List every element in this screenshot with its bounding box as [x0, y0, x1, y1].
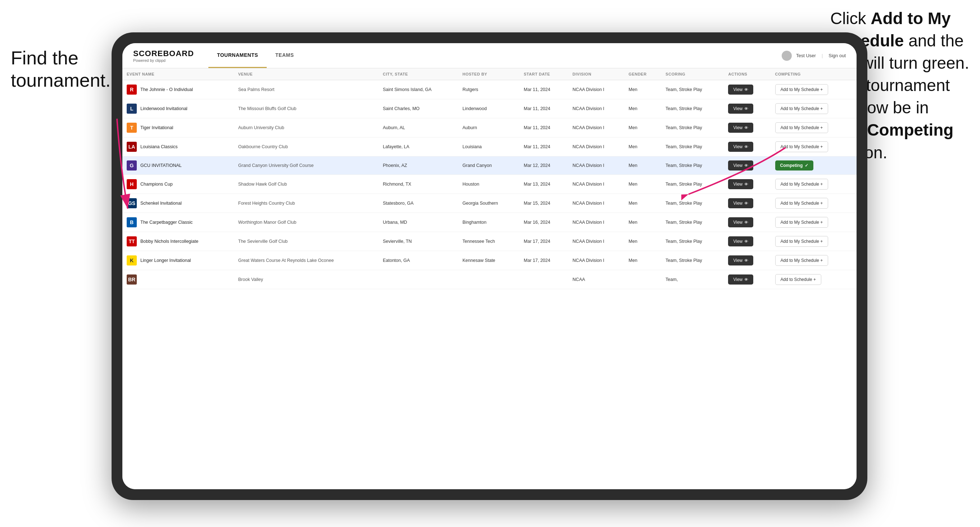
add-schedule-label-1: Add to My Schedule +	[781, 106, 823, 111]
view-button-3[interactable]: View 👁	[728, 142, 753, 152]
table-row: T Tiger Invitational Auburn University C…	[123, 118, 857, 137]
competing-label-4: Competing	[780, 163, 803, 168]
city-state-cell-5: Richmond, TX	[379, 175, 458, 194]
competing-cell-8: Add to My Schedule +	[771, 232, 857, 251]
view-button-9[interactable]: View 👁	[728, 256, 753, 265]
add-schedule-label-6: Add to My Schedule +	[781, 201, 823, 206]
venue-cell-3: Oakbourne Country Club	[234, 137, 379, 157]
view-button-1[interactable]: View 👁	[728, 103, 753, 114]
add-schedule-button-6[interactable]: Add to My Schedule +	[775, 198, 829, 209]
event-name-cell-10: BR	[123, 270, 234, 289]
event-name-cell-2: T Tiger Invitational	[123, 118, 234, 137]
eye-icon-3: 👁	[744, 144, 748, 149]
team-logo-10: BR	[127, 275, 137, 284]
scoring-cell-7: Team, Stroke Play	[661, 213, 724, 232]
gender-cell-5: Men	[624, 175, 662, 194]
add-schedule-button-9[interactable]: Add to My Schedule +	[775, 255, 829, 266]
event-name-8: Bobby Nichols Intercollegiate	[140, 239, 198, 244]
gender-cell-6: Men	[624, 194, 662, 213]
division-cell-10: NCAA	[568, 270, 624, 289]
competing-cell-0: Add to My Schedule +	[771, 80, 857, 99]
tab-teams[interactable]: TEAMS	[267, 43, 303, 68]
division-cell-5: NCAA Division I	[568, 175, 624, 194]
city-state-cell-7: Urbana, MD	[379, 213, 458, 232]
table-row: GS Schenkel Invitational Forest Heights …	[123, 194, 857, 213]
annotation-left: Find thetournament.	[11, 47, 111, 92]
eye-icon-5: 👁	[744, 182, 748, 186]
add-schedule-button-7[interactable]: Add to My Schedule +	[775, 217, 829, 228]
competing-cell-10: Add to Schedule +	[771, 270, 857, 289]
scoring-cell-9: Team, Stroke Play	[661, 251, 724, 270]
table-container: EVENT NAME VENUE CITY, STATE HOSTED BY S…	[123, 68, 857, 489]
team-logo-2: T	[127, 123, 137, 133]
actions-cell-6: View 👁	[724, 194, 770, 213]
eye-icon-7: 👁	[744, 220, 748, 224]
venue-cell-5: Shadow Hawk Golf Club	[234, 175, 379, 194]
competing-cell-7: Add to My Schedule +	[771, 213, 857, 232]
col-scoring: SCORING	[661, 68, 724, 80]
eye-icon-8: 👁	[744, 239, 748, 243]
team-logo-1: L	[127, 103, 137, 114]
col-gender: GENDER	[624, 68, 662, 80]
competing-cell-4: Competing ✓	[771, 157, 857, 175]
venue-cell-1: The Missouri Bluffs Golf Club	[234, 99, 379, 118]
start-date-cell-9: Mar 17, 2024	[519, 251, 568, 270]
add-schedule-button-0[interactable]: Add to My Schedule +	[775, 84, 829, 95]
event-name-cell-7: B The Carpetbagger Classic	[123, 213, 234, 232]
actions-cell-9: View 👁	[724, 251, 770, 270]
header-right: Test User | Sign out	[782, 51, 846, 61]
add-schedule-label-5: Add to My Schedule +	[781, 182, 823, 187]
add-schedule-button-3[interactable]: Add to My Schedule +	[775, 141, 829, 152]
add-schedule-button-5[interactable]: Add to My Schedule +	[775, 179, 829, 190]
team-logo-8: TT	[127, 237, 137, 246]
scoring-cell-4: Team, Stroke Play	[661, 157, 724, 175]
view-button-0[interactable]: View 👁	[728, 84, 753, 95]
view-label-2: View	[733, 125, 743, 130]
col-competing: COMPETING	[771, 68, 857, 80]
event-name-1: Lindenwood Invitational	[140, 106, 188, 111]
col-actions: ACTIONS	[724, 68, 770, 80]
gender-cell-1: Men	[624, 99, 662, 118]
view-button-6[interactable]: View 👁	[728, 198, 753, 208]
eye-icon-0: 👁	[744, 87, 748, 92]
start-date-cell-3: Mar 11, 2024	[519, 137, 568, 157]
view-button-2[interactable]: View 👁	[728, 123, 753, 133]
event-name-cell-3: LA Louisiana Classics	[123, 137, 234, 157]
eye-icon-9: 👁	[744, 258, 748, 263]
division-cell-6: NCAA Division I	[568, 194, 624, 213]
city-state-cell-9: Eatonton, GA	[379, 251, 458, 270]
venue-cell-7: Worthington Manor Golf Club	[234, 213, 379, 232]
start-date-cell-0: Mar 11, 2024	[519, 80, 568, 99]
event-name-cell-1: L Lindenwood Invitational	[123, 99, 234, 118]
city-state-cell-3: Lafayette, LA	[379, 137, 458, 157]
view-button-8[interactable]: View 👁	[728, 237, 753, 246]
avatar	[782, 51, 792, 61]
hosted-by-cell-4: Grand Canyon	[458, 157, 519, 175]
tablet-screen: SCOREBOARD Powered by clippd TOURNAMENTS…	[123, 43, 857, 489]
eye-icon-2: 👁	[744, 125, 748, 130]
view-button-7[interactable]: View 👁	[728, 217, 753, 227]
add-schedule-button-8[interactable]: Add to My Schedule +	[775, 236, 829, 247]
competing-button-4[interactable]: Competing ✓	[775, 160, 814, 170]
table-row: BR Brook Valley NCAA Team, View 👁 Add to…	[123, 270, 857, 289]
sign-out-link[interactable]: Sign out	[829, 53, 846, 58]
view-button-4[interactable]: View 👁	[728, 160, 753, 170]
view-label-8: View	[733, 239, 743, 244]
add-schedule-label-8: Add to My Schedule +	[781, 239, 823, 244]
checkmark-icon-4: ✓	[805, 163, 808, 168]
venue-cell-0: Sea Palms Resort	[234, 80, 379, 99]
view-label-7: View	[733, 220, 743, 225]
event-name-9: Linger Longer Invitational	[140, 258, 191, 263]
hosted-by-cell-10	[458, 270, 519, 289]
tab-tournaments[interactable]: TOURNAMENTS	[208, 43, 267, 68]
add-schedule-button-1[interactable]: Add to My Schedule +	[775, 103, 829, 114]
team-logo-5: H	[127, 179, 137, 189]
event-name-5: Champions Cup	[140, 182, 173, 187]
division-cell-8: NCAA Division I	[568, 232, 624, 251]
division-cell-9: NCAA Division I	[568, 251, 624, 270]
add-schedule-button-10[interactable]: Add to Schedule +	[775, 274, 821, 285]
view-button-5[interactable]: View 👁	[728, 179, 753, 189]
view-button-10[interactable]: View 👁	[728, 275, 753, 284]
eye-icon-6: 👁	[744, 201, 748, 205]
add-schedule-button-2[interactable]: Add to My Schedule +	[775, 122, 829, 133]
